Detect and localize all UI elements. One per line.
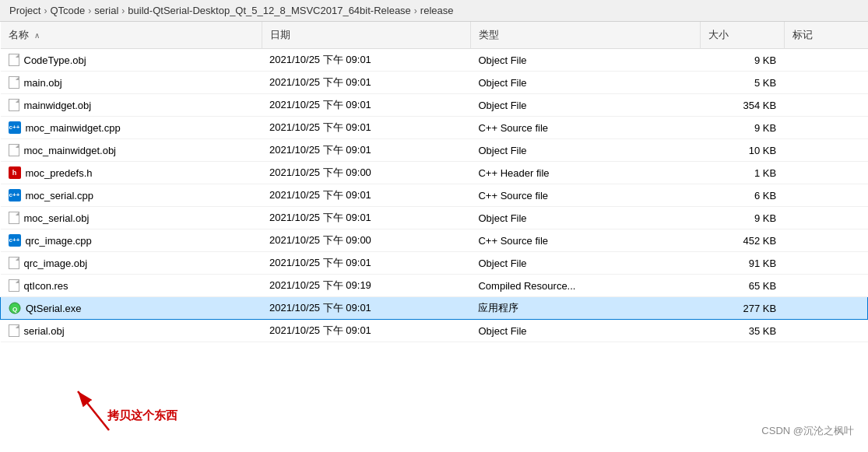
table-row[interactable]: CodeType.obj2021/10/25 下午 09:01Object Fi…: [1, 49, 868, 72]
file-size: 35 KB: [701, 320, 784, 342]
file-size: 9 KB: [701, 49, 784, 72]
column-header-name[interactable]: 名称 ∧: [1, 22, 262, 49]
table-row[interactable]: moc_mainwidget.obj2021/10/25 下午 09:01Obj…: [1, 139, 868, 162]
file-name-cell: serial.obj: [1, 320, 262, 342]
file-size: 91 KB: [701, 252, 784, 275]
generic-file-icon: [9, 279, 19, 292]
table-row[interactable]: moc_serial.obj2021/10/25 下午 09:01Object …: [1, 207, 868, 230]
file-name-cell: moc_serial.obj: [1, 207, 262, 230]
file-type: Object File: [470, 49, 700, 72]
file-name-cell: c++moc_mainwidget.cpp: [1, 117, 262, 139]
file-size: 10 KB: [701, 139, 784, 162]
breadcrumb-item-project[interactable]: Project: [9, 5, 40, 16]
breadcrumb-item-release[interactable]: release: [420, 5, 454, 16]
file-date: 2021/10/25 下午 09:00: [262, 230, 470, 252]
h-icon: h: [9, 166, 21, 179]
file-name-label: moc_serial.cpp: [26, 190, 93, 201]
file-mark: [784, 139, 867, 162]
file-date: 2021/10/25 下午 09:01: [262, 184, 470, 207]
file-size: 5 KB: [701, 72, 784, 94]
file-type: Object File: [470, 72, 700, 94]
file-mark: [784, 94, 867, 117]
svg-text:Q: Q: [12, 306, 17, 313]
file-name-label: CodeType.obj: [24, 54, 86, 66]
breadcrumb-item-serial[interactable]: serial: [94, 5, 118, 16]
breadcrumb-item-build[interactable]: build-QtSerial-Desktop_Qt_5_12_8_MSVC201…: [128, 5, 411, 16]
generic-file-icon: [9, 76, 19, 89]
column-header-size[interactable]: 大小: [701, 22, 784, 49]
file-name-label: moc_mainwidget.obj: [24, 145, 117, 156]
file-name-cell: mainwidget.obj: [1, 94, 262, 117]
watermark: CSDN @沉沦之枫叶: [761, 424, 854, 438]
table-row[interactable]: qtIcon.res2021/10/25 下午 09:19Compiled Re…: [1, 275, 868, 297]
file-type: Object File: [470, 94, 700, 117]
file-type: Object File: [470, 139, 700, 162]
table-row[interactable]: hmoc_predefs.h2021/10/25 下午 09:00C++ Hea…: [1, 162, 868, 184]
generic-file-icon: [9, 54, 19, 66]
file-type: C++ Source file: [470, 230, 700, 252]
file-mark: [784, 252, 867, 275]
file-name-label: main.obj: [24, 77, 62, 89]
table-row[interactable]: serial.obj2021/10/25 下午 09:01Object File…: [1, 320, 868, 342]
file-type: Object File: [470, 207, 700, 230]
generic-file-icon: [9, 144, 19, 156]
file-name-label: QtSerial.exe: [26, 303, 82, 314]
table-row[interactable]: mainwidget.obj2021/10/25 下午 09:01Object …: [1, 94, 868, 117]
table-row[interactable]: c++qrc_image.cpp2021/10/25 下午 09:00C++ S…: [1, 230, 868, 252]
cpp-icon: c++: [9, 121, 21, 134]
file-name-label: qrc_image.obj: [24, 258, 88, 269]
svg-line-3: [78, 391, 109, 430]
breadcrumb-sep-1: ›: [44, 5, 47, 16]
file-type: 应用程序: [470, 297, 700, 320]
file-name-cell: CodeType.obj: [1, 49, 262, 72]
file-name-label: qrc_image.cpp: [26, 235, 92, 247]
generic-file-icon: [9, 212, 19, 224]
file-date: 2021/10/25 下午 09:00: [262, 162, 470, 184]
file-date: 2021/10/25 下午 09:01: [262, 139, 470, 162]
file-name-cell: qtIcon.res: [1, 275, 262, 297]
file-date: 2021/10/25 下午 09:01: [262, 252, 470, 275]
annotation-text: 拷贝这个东西: [107, 408, 177, 423]
breadcrumb-sep-2: ›: [88, 5, 91, 16]
column-header-mark[interactable]: 标记: [784, 22, 867, 49]
file-mark: [784, 72, 867, 94]
table-row[interactable]: Q QtSerial.exe2021/10/25 下午 09:01应用程序277…: [1, 297, 868, 320]
generic-file-icon: [9, 257, 19, 269]
cpp-icon: c++: [9, 234, 21, 247]
column-header-date[interactable]: 日期: [262, 22, 470, 49]
breadcrumb-item-qtcode[interactable]: QTcode: [50, 5, 85, 16]
file-size: 1 KB: [701, 162, 784, 184]
file-size: 9 KB: [701, 117, 784, 139]
generic-file-icon: [9, 99, 19, 111]
file-type: Object File: [470, 252, 700, 275]
file-name-cell: hmoc_predefs.h: [1, 162, 262, 184]
table-row[interactable]: c++moc_mainwidget.cpp2021/10/25 下午 09:01…: [1, 117, 868, 139]
file-mark: [784, 49, 867, 72]
table-row[interactable]: c++moc_serial.cpp2021/10/25 下午 09:01C++ …: [1, 184, 868, 207]
file-mark: [784, 297, 867, 320]
table-row[interactable]: main.obj2021/10/25 下午 09:01Object File5 …: [1, 72, 868, 94]
file-mark: [784, 117, 867, 139]
column-header-type[interactable]: 类型: [470, 22, 700, 49]
file-mark: [784, 230, 867, 252]
file-date: 2021/10/25 下午 09:01: [262, 320, 470, 342]
file-name-label: mainwidget.obj: [24, 100, 92, 111]
file-name-cell: moc_mainwidget.obj: [1, 139, 262, 162]
file-mark: [784, 207, 867, 230]
file-mark: [784, 275, 867, 297]
file-name-label: moc_serial.obj: [24, 212, 90, 224]
file-date: 2021/10/25 下午 09:19: [262, 275, 470, 297]
file-size: 354 KB: [701, 94, 784, 117]
file-date: 2021/10/25 下午 09:01: [262, 297, 470, 320]
arrow-annotation: 拷贝这个东西: [70, 376, 132, 440]
file-size: 277 KB: [701, 297, 784, 320]
file-size: 9 KB: [701, 207, 784, 230]
exe-icon: Q: [9, 302, 21, 314]
file-date: 2021/10/25 下午 09:01: [262, 49, 470, 72]
file-type: Compiled Resource...: [470, 275, 700, 297]
table-row[interactable]: qrc_image.obj2021/10/25 下午 09:01Object F…: [1, 252, 868, 275]
file-mark: [784, 184, 867, 207]
file-name-label: moc_mainwidget.cpp: [26, 122, 121, 134]
file-name-cell: Q QtSerial.exe: [1, 297, 262, 320]
file-name-label: qtIcon.res: [24, 280, 69, 292]
